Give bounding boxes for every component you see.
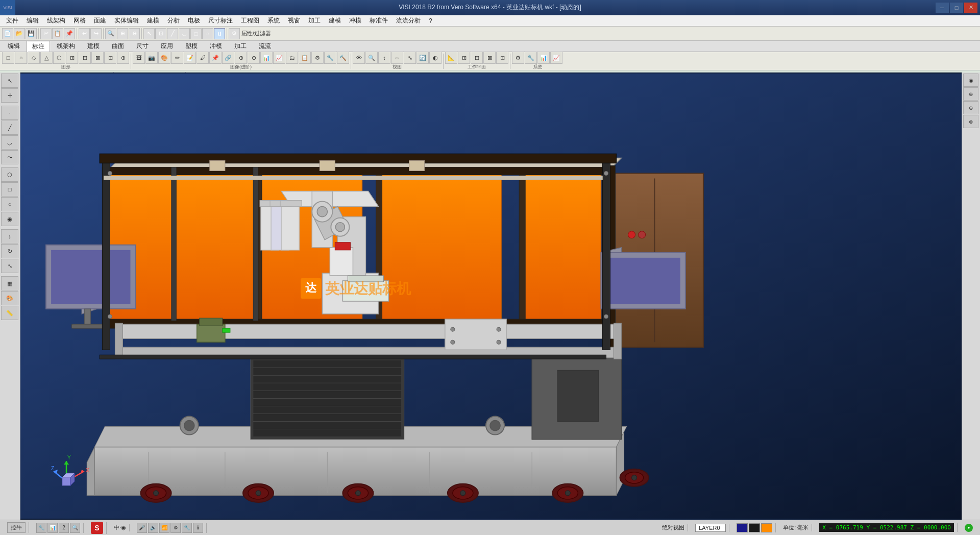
image-btn-17[interactable]: 🔨: [337, 52, 349, 64]
rsb-btn-4[interactable]: ⊗: [963, 115, 978, 128]
menu-system[interactable]: 系统: [263, 15, 284, 26]
wp-btn-3[interactable]: ⊟: [471, 52, 483, 64]
tb-point[interactable]: ⊡: [155, 28, 166, 39]
sys-btn-1[interactable]: ⚙: [512, 52, 524, 64]
tab-wireframe[interactable]: 线架构: [51, 40, 81, 52]
rsb-btn-3[interactable]: ⊖: [963, 101, 978, 114]
tb-paste[interactable]: 📌: [64, 28, 75, 39]
tab-modeling[interactable]: 建模: [82, 40, 105, 52]
sys-btn-3[interactable]: 📊: [537, 52, 550, 64]
menu-dimension[interactable]: 尺寸标注: [204, 15, 237, 26]
wp-btn-2[interactable]: ⊞: [458, 52, 470, 64]
viewport[interactable]: 英业达贴标机 达 X Y Z: [20, 72, 962, 520]
view-btn-3[interactable]: ↕: [378, 52, 390, 64]
menu-surface[interactable]: 面建: [90, 15, 110, 26]
sys-btn-4[interactable]: 📈: [550, 52, 562, 64]
settings-icon-2[interactable]: ⚙: [170, 523, 181, 533]
shape-btn-1[interactable]: □: [2, 52, 14, 64]
view-btn-4[interactable]: ↔: [391, 52, 403, 64]
sys-btn-2[interactable]: 🔧: [525, 52, 537, 64]
sidebar-color[interactable]: 🎨: [1, 291, 18, 305]
view-btn-1[interactable]: 👁: [353, 52, 365, 64]
tb-open[interactable]: 📂: [14, 28, 25, 39]
image-btn-2[interactable]: 📷: [145, 52, 158, 64]
shape-btn-2[interactable]: ○: [15, 52, 27, 64]
tb-box[interactable]: □: [190, 28, 202, 39]
sidebar-cylinder[interactable]: ○: [1, 197, 18, 211]
sidebar-select[interactable]: ↖: [1, 74, 18, 88]
image-btn-11[interactable]: 📊: [260, 52, 273, 64]
menu-mold[interactable]: 建模: [325, 15, 345, 26]
tab-flow[interactable]: 流流: [253, 40, 277, 52]
tb-zoom-in[interactable]: ⊕: [117, 28, 128, 39]
mic-icon[interactable]: 🎤: [137, 523, 147, 533]
close-button[interactable]: ✕: [964, 3, 977, 13]
minimize-button[interactable]: ─: [936, 3, 949, 13]
status-icon-3[interactable]: 2: [59, 523, 69, 533]
tab-annotation[interactable]: 标注: [27, 41, 50, 52]
image-btn-4[interactable]: ✏: [171, 52, 183, 64]
color-box-black[interactable]: [749, 523, 760, 532]
menu-solid-edit[interactable]: 实体编辑: [110, 15, 143, 26]
tb-save[interactable]: 💾: [26, 28, 37, 39]
shape-btn-6[interactable]: ⊞: [66, 52, 78, 64]
color-box-orange[interactable]: [761, 523, 772, 532]
sidebar-line[interactable]: ╱: [1, 120, 18, 135]
shape-btn-9[interactable]: ⊡: [104, 52, 116, 64]
menu-modeling[interactable]: 建模: [143, 15, 163, 26]
menu-machining[interactable]: 加工: [304, 15, 325, 26]
tab-dimension[interactable]: 尺寸: [131, 40, 154, 52]
sidebar-solid[interactable]: ⬡: [1, 167, 18, 182]
tb-new[interactable]: 📄: [2, 28, 13, 39]
info-icon[interactable]: ℹ: [193, 523, 203, 533]
maximize-button[interactable]: □: [950, 3, 963, 13]
menu-grid[interactable]: 网格: [69, 15, 90, 26]
tb-copy[interactable]: 📋: [52, 28, 63, 39]
menu-electrode[interactable]: 电极: [184, 15, 204, 26]
menu-wireframe[interactable]: 线架构: [43, 15, 69, 26]
sidebar-pick[interactable]: ✛: [1, 88, 18, 103]
shape-btn-7[interactable]: ⊟: [79, 52, 91, 64]
wp-btn-5[interactable]: ⊡: [496, 52, 508, 64]
sidebar-spline[interactable]: 〜: [1, 150, 18, 164]
tab-machining[interactable]: 加工: [229, 40, 252, 52]
menu-help[interactable]: ?: [425, 16, 436, 26]
image-btn-5[interactable]: 📝: [184, 52, 196, 64]
menu-drawing[interactable]: 工程图: [237, 15, 263, 26]
image-btn-10[interactable]: ⊖: [248, 52, 260, 64]
image-btn-13[interactable]: 🗂: [286, 52, 298, 64]
tb-attr-filter[interactable]: ⚙: [229, 28, 240, 39]
tb-undo[interactable]: ↩: [79, 28, 90, 39]
tab-mold[interactable]: 塑模: [180, 40, 203, 52]
sidebar-point[interactable]: ·: [1, 106, 18, 120]
wp-btn-1[interactable]: 📐: [445, 52, 457, 64]
sidebar-box[interactable]: □: [1, 182, 18, 197]
tb-redo[interactable]: ↪: [90, 28, 102, 39]
tb-line[interactable]: ╱: [167, 28, 178, 39]
tb-circle[interactable]: ○: [202, 28, 213, 39]
sidebar-rotate[interactable]: ↻: [1, 244, 18, 258]
menu-die[interactable]: 冲模: [345, 15, 365, 26]
sidebar-measure[interactable]: 📏: [1, 306, 18, 320]
view-btn-2[interactable]: 🔍: [365, 52, 378, 64]
image-btn-12[interactable]: 📈: [273, 52, 285, 64]
shape-btn-5[interactable]: ⬡: [53, 52, 65, 64]
network-icon[interactable]: 📶: [159, 523, 169, 533]
image-btn-14[interactable]: 📋: [299, 52, 311, 64]
sidebar-sphere[interactable]: ◉: [1, 212, 18, 226]
image-btn-9[interactable]: ⊕: [235, 52, 247, 64]
shape-btn-4[interactable]: △: [40, 52, 53, 64]
view-btn-5[interactable]: ⤡: [404, 52, 416, 64]
tab-application[interactable]: 应用: [155, 40, 179, 52]
image-btn-6[interactable]: 🖊: [197, 52, 209, 64]
menu-file[interactable]: 文件: [2, 15, 22, 26]
tab-die[interactable]: 冲模: [204, 40, 228, 52]
menu-view[interactable]: 视窗: [284, 15, 304, 26]
status-icon-4[interactable]: 🔍: [70, 523, 80, 533]
view-btn-7[interactable]: ◐: [429, 52, 442, 64]
tb-cut[interactable]: ✂: [40, 28, 52, 39]
tb-text[interactable]: tI: [214, 28, 225, 39]
tab-surface[interactable]: 曲面: [106, 40, 130, 52]
status-icon-1[interactable]: 🔧: [36, 523, 46, 533]
tb-arc[interactable]: ◡: [179, 28, 190, 39]
